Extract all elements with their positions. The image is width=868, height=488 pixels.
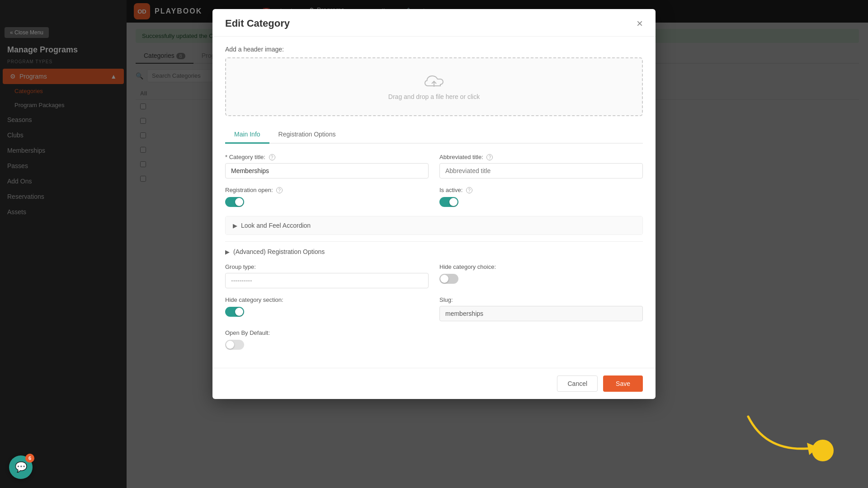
hide-category-choice-label: Hide category choice: bbox=[439, 263, 643, 270]
slug-label: Slug: bbox=[439, 296, 643, 303]
look-and-feel-accordion[interactable]: ▶ Look and Feel Accordion bbox=[225, 216, 643, 235]
category-title-input[interactable] bbox=[225, 163, 429, 178]
upload-cloud-icon bbox=[423, 73, 445, 89]
slug-input[interactable] bbox=[439, 306, 643, 321]
registration-open-label: Registration open: ? bbox=[225, 187, 429, 193]
abbreviated-title-label: Abbreviated title: ? bbox=[439, 154, 643, 160]
group-type-select[interactable]: ---------- bbox=[225, 273, 429, 288]
upload-text: Drag and drop a file here or click bbox=[388, 93, 480, 100]
tab-main-info[interactable]: Main Info bbox=[225, 126, 269, 144]
info-icon-reg: ? bbox=[276, 187, 283, 193]
abbreviated-title-input[interactable] bbox=[439, 163, 643, 178]
chat-badge: 6 bbox=[25, 454, 34, 463]
upload-label: Add a header image: bbox=[225, 46, 643, 53]
hide-category-section-label: Hide category section: bbox=[225, 296, 429, 303]
tab-registration-options[interactable]: Registration Options bbox=[269, 126, 345, 143]
hide-category-section-toggle[interactable] bbox=[225, 307, 244, 317]
hide-category-choice-toggle[interactable] bbox=[439, 274, 458, 284]
look-and-feel-label: Look and Feel Accordion bbox=[241, 222, 311, 229]
open-by-default-label: Open By Default: bbox=[225, 329, 429, 336]
modal-close-button[interactable]: × bbox=[637, 17, 643, 30]
image-upload-area[interactable]: Drag and drop a file here or click bbox=[225, 57, 643, 116]
category-title-label: * Category title: ? bbox=[225, 154, 429, 160]
advanced-registration-section[interactable]: ▶ (Advanced) Registration Options bbox=[225, 248, 643, 255]
chat-icon: 💬 bbox=[15, 461, 27, 473]
advanced-section-label: (Advanced) Registration Options bbox=[233, 248, 325, 255]
edit-category-modal: Edit Category × Add a header image: Drag… bbox=[212, 9, 656, 399]
is-active-label: Is active: ? bbox=[439, 187, 643, 193]
cancel-button[interactable]: Cancel bbox=[557, 375, 598, 392]
modal-title: Edit Category bbox=[225, 18, 290, 29]
registration-open-toggle[interactable] bbox=[225, 197, 244, 207]
is-active-toggle[interactable] bbox=[439, 197, 458, 207]
info-icon-active: ? bbox=[466, 187, 472, 193]
open-by-default-toggle[interactable] bbox=[225, 340, 244, 350]
info-icon-abbr: ? bbox=[486, 154, 493, 160]
group-type-label: Group type: bbox=[225, 263, 429, 270]
save-button[interactable]: Save bbox=[603, 375, 643, 392]
chat-bubble[interactable]: 💬 6 bbox=[9, 455, 33, 479]
accordion-arrow-icon: ▶ bbox=[233, 222, 237, 229]
info-icon: ? bbox=[269, 154, 275, 160]
advanced-arrow-icon: ▶ bbox=[225, 249, 230, 255]
